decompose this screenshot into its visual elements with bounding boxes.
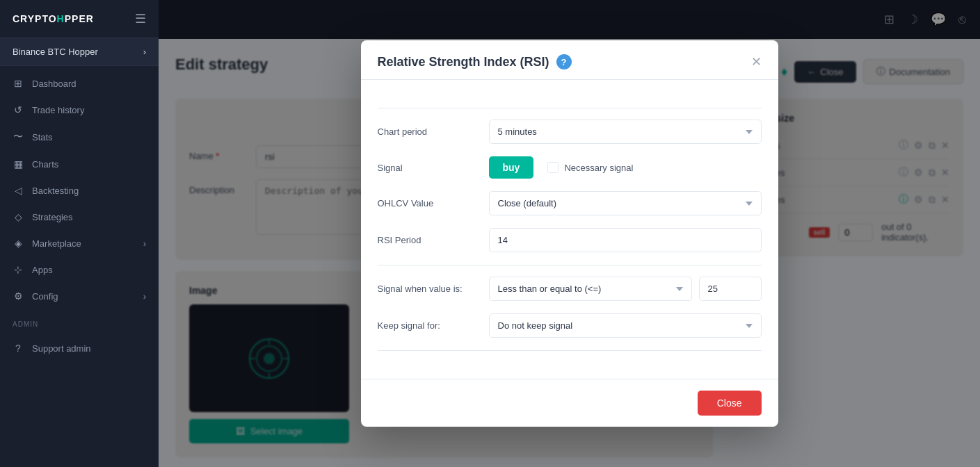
apps-icon: ⊹ [13,264,24,275]
modal-title: Relative Strength Index (RSI) ? [378,54,572,69]
sidebar: CRYPTOHPPER ☰ Binance BTC Hopper › ⊞ Das… [0,0,159,467]
sidebar-item-label: Support admin [32,343,91,354]
admin-nav: ? Support admin [0,331,159,366]
hopper-name: Binance BTC Hopper [13,47,98,57]
sidebar-hopper[interactable]: Binance BTC Hopper › [0,38,159,66]
signal-row: Signal buy Necessary signal [378,156,762,179]
logo: CRYPTOHPPER [13,13,94,24]
admin-label: ADMIN [0,313,159,331]
sidebar-item-trade-history[interactable]: ↺ Trade history [0,97,159,123]
sidebar-item-label: Config [32,291,58,302]
ohlcv-label: OHLCV Value [378,198,489,208]
backtesting-icon: ◁ [13,185,24,196]
config-arrow-icon: › [143,291,146,302]
modal-footer: Close [361,379,778,427]
modal-divider-2 [378,265,762,265]
chart-period-value: 5 minutes 1 minute 15 minutes 30 minutes… [489,120,762,144]
sidebar-item-config[interactable]: ⚙ Config › [0,283,159,309]
sidebar-item-support-admin[interactable]: ? Support admin [0,335,159,361]
charts-icon: ▦ [13,158,24,170]
modal-divider [378,108,762,108]
chart-period-row: Chart period 5 minutes 1 minute 15 minut… [378,120,762,144]
modal-divider-3 [378,350,762,351]
signal-label: Signal [378,163,489,173]
stats-icon: 〜 [13,131,24,143]
sidebar-item-dashboard[interactable]: ⊞ Dashboard [0,70,159,97]
necessary-signal-checkbox[interactable] [547,162,559,173]
trade-history-icon: ↺ [13,104,24,115]
rsi-period-input[interactable] [489,228,762,252]
sidebar-item-apps[interactable]: ⊹ Apps [0,256,159,283]
sidebar-header: CRYPTOHPPER ☰ [0,0,159,38]
sidebar-item-label: Stats [32,132,53,142]
sidebar-item-charts[interactable]: ▦ Charts [0,151,159,177]
buy-button[interactable]: buy [489,156,534,179]
modal-overlay: Relative Strength Index (RSI) ? ✕ Chart … [159,0,980,467]
sidebar-nav: ⊞ Dashboard ↺ Trade history 〜 Stats ▦ Ch… [0,66,159,313]
keep-signal-select[interactable]: Do not keep signal 1 candle 2 candles 3 … [489,313,762,338]
chart-period-select[interactable]: 5 minutes 1 minute 15 minutes 30 minutes… [489,120,762,144]
signal-when-row: Signal when value is: Less than or equal… [378,277,762,301]
modal-close-button[interactable]: Close [698,391,762,416]
rsi-period-label: RSI Period [378,235,489,245]
sidebar-item-strategies[interactable]: ◇ Strategies [0,204,159,230]
signal-value: buy Necessary signal [489,156,762,179]
signal-when-value-input[interactable] [699,277,762,301]
ohlcv-select[interactable]: Close (default) Open High Low Volume [489,191,762,215]
ohlcv-row: OHLCV Value Close (default) Open High Lo… [378,191,762,215]
keep-signal-label: Keep signal for: [378,320,489,331]
keep-signal-row: Keep signal for: Do not keep signal 1 ca… [378,313,762,338]
main-content: ⊞ ☽ 💬 ⎋ Edit strategy ♦ ← Close ⓘ Docume… [159,0,980,467]
marketplace-icon: ◈ [13,238,24,249]
sidebar-item-stats[interactable]: 〜 Stats [0,123,159,151]
necessary-signal-label: Necessary signal [564,163,633,173]
config-icon: ⚙ [13,290,24,302]
menu-icon[interactable]: ☰ [135,11,146,26]
support-icon: ? [13,343,24,354]
strategies-icon: ◇ [13,211,24,222]
chart-period-label: Chart period [378,126,489,137]
rsi-modal: Relative Strength Index (RSI) ? ✕ Chart … [361,40,778,427]
signal-when-select[interactable]: Less than or equal to (<=) Greater than … [489,277,692,301]
sidebar-item-label: Dashboard [32,79,77,89]
sidebar-item-label: Marketplace [32,238,81,249]
sidebar-item-marketplace[interactable]: ◈ Marketplace › [0,230,159,256]
sidebar-item-label: Backtesting [32,186,79,196]
sidebar-item-label: Charts [32,159,58,170]
signal-when-label: Signal when value is: [378,284,489,294]
rsi-period-row: RSI Period [378,228,762,252]
hopper-arrow: › [143,47,146,57]
modal-body: Chart period 5 minutes 1 minute 15 minut… [361,80,778,379]
marketplace-arrow-icon: › [143,238,146,249]
necessary-signal-row: Necessary signal [547,162,633,173]
dashboard-icon: ⊞ [13,78,24,89]
modal-close-icon[interactable]: ✕ [751,56,762,68]
help-icon[interactable]: ? [556,54,572,69]
sidebar-item-label: Strategies [32,212,73,222]
sidebar-item-label: Apps [32,265,53,275]
sidebar-item-label: Trade history [32,105,84,115]
sidebar-item-backtesting[interactable]: ◁ Backtesting [0,177,159,204]
modal-header: Relative Strength Index (RSI) ? ✕ [361,40,778,80]
